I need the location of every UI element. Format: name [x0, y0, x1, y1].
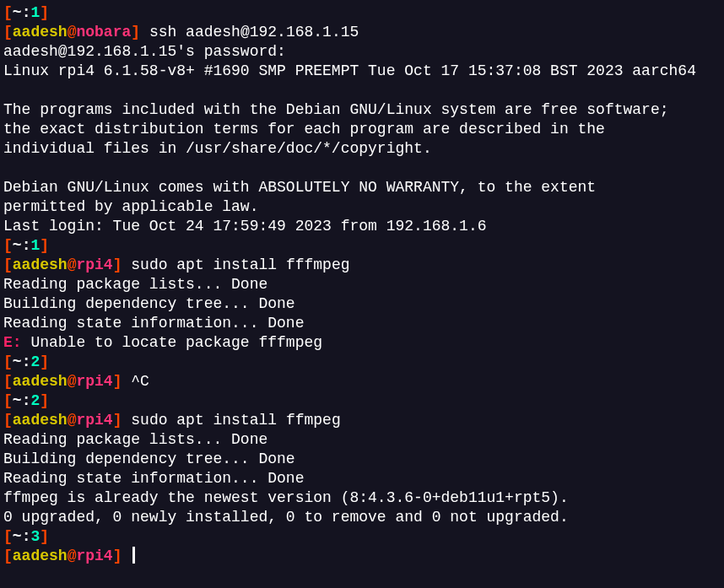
- apt-output: Reading package lists... Done: [3, 430, 721, 450]
- command-text: ssh aadesh@192.168.1.15: [149, 24, 359, 40]
- apt-output: Building dependency tree... Done: [3, 294, 721, 314]
- status-line: [~:1]: [3, 3, 721, 23]
- apt-output: Reading package lists... Done: [3, 275, 721, 294]
- prompt-line: [aadesh@rpi4] ^C: [3, 372, 721, 391]
- status-line: [~:3]: [3, 527, 721, 547]
- motd-line: The programs included with the Debian GN…: [3, 100, 721, 120]
- apt-output: Reading state information... Done: [3, 469, 721, 488]
- status-line: [~:1]: [3, 236, 721, 256]
- status-line: [~:2]: [3, 391, 721, 411]
- command-text: ^C: [131, 373, 149, 390]
- command-text: sudo apt install fffmpeg: [131, 256, 349, 273]
- password-prompt: aadesh@192.168.1.15's password:: [3, 42, 721, 62]
- terminal-output[interactable]: [~:1] [aadesh@nobara] ssh aadesh@192.168…: [3, 3, 721, 566]
- cursor: [132, 547, 135, 564]
- motd-line: the exact distribution terms for each pr…: [3, 120, 721, 139]
- prompt-line: [aadesh@rpi4] sudo apt install ffmpeg: [3, 411, 721, 430]
- motd-line: permitted by applicable law.: [3, 197, 721, 217]
- apt-output: 0 upgraded, 0 newly installed, 0 to remo…: [3, 508, 721, 527]
- prompt-line: [aadesh@rpi4] sudo apt install fffmpeg: [3, 256, 721, 275]
- status-line: [~:2]: [3, 353, 721, 372]
- apt-output: ffmpeg is already the newest version (8:…: [3, 488, 721, 508]
- motd-line: Debian GNU/Linux comes with ABSOLUTELY N…: [3, 178, 721, 197]
- prompt-line-current[interactable]: [aadesh@rpi4]: [3, 547, 721, 566]
- prompt-line: [aadesh@nobara] ssh aadesh@192.168.1.15: [3, 23, 721, 42]
- apt-error: E: Unable to locate package fffmpeg: [3, 333, 721, 353]
- command-text: sudo apt install ffmpeg: [131, 412, 340, 429]
- blank-line: [3, 81, 721, 100]
- motd-line: Linux rpi4 6.1.58-v8+ #1690 SMP PREEMPT …: [3, 62, 721, 81]
- apt-output: Building dependency tree... Done: [3, 450, 721, 469]
- lastlogin-line: Last login: Tue Oct 24 17:59:49 2023 fro…: [3, 217, 721, 236]
- motd-line: individual files in /usr/share/doc/*/cop…: [3, 139, 721, 159]
- blank-line: [3, 159, 721, 178]
- apt-output: Reading state information... Done: [3, 314, 721, 333]
